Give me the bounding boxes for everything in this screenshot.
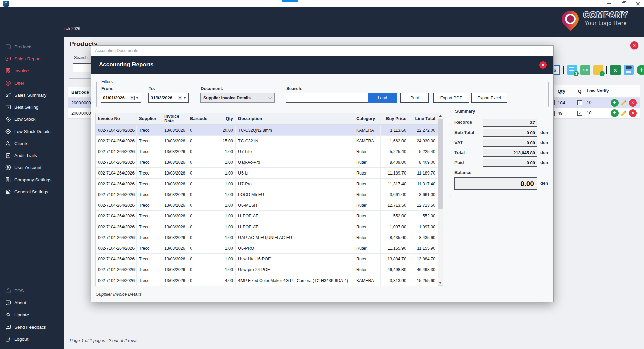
filters-group: Filters From: To: Document: Search: 01/0… xyxy=(96,82,549,107)
sidebar-item-update[interactable]: Update xyxy=(0,309,64,321)
cell-barcode: 0 xyxy=(187,275,217,286)
scroll-up-arrow[interactable] xyxy=(438,113,443,118)
cell-barcode: 0 xyxy=(187,157,217,167)
cell-category: Ruter xyxy=(354,168,381,178)
invoice-row[interactable]: 002-7104-264/2026 Treco 13/03/2026 0 15.… xyxy=(96,136,438,146)
export-pdf-button[interactable]: Export PDF xyxy=(433,93,469,103)
sidebar-item-icon xyxy=(5,288,11,294)
cell-buy-price: 11,317.40 xyxy=(381,179,409,189)
print-button[interactable]: Print xyxy=(400,93,429,103)
edit-pencil-icon[interactable] xyxy=(620,99,628,107)
dialog-close-button[interactable]: ✕ xyxy=(539,61,547,69)
cell-invoice-no: 002-7104-264/2026 xyxy=(96,275,137,286)
invoice-row[interactable]: 002-7104-264/2026 Treco 13/03/2026 0 1.0… xyxy=(96,168,438,179)
subtotal-currency: den xyxy=(540,130,548,135)
cell-invoice-no: 002-7104-264/2026 xyxy=(96,157,137,167)
sidebar-item-about[interactable]: About xyxy=(0,297,64,309)
low-notify-value: 10 xyxy=(585,111,611,115)
from-date-picker[interactable]: 01/01/2026 xyxy=(101,93,141,103)
cell-description: TC-C321N xyxy=(236,136,354,146)
xls-file-icon[interactable]: XLS xyxy=(580,65,590,75)
sidebar-item-invoice[interactable]: Invoice xyxy=(0,65,64,77)
invoice-row[interactable]: 002-7104-264/2026 Treco 13/03/2026 0 1.0… xyxy=(96,232,438,243)
sidebar-item-logout[interactable]: Logout xyxy=(0,333,64,345)
document-selected-value: Supplier Invoice Details xyxy=(203,96,269,100)
invoice-row[interactable]: 002-7104-264/2026 Treco 13/03/2026 0 1.0… xyxy=(96,254,438,264)
cell-barcode: 0 xyxy=(187,200,217,210)
window-maximize-button[interactable] xyxy=(622,2,625,5)
sidebar-item-clients[interactable]: Clients xyxy=(0,137,64,149)
sidebar: Products Sales Report Invoice Offer xyxy=(0,7,64,349)
report-search-input[interactable] xyxy=(286,93,370,103)
scroll-down-arrow[interactable] xyxy=(438,280,443,285)
total-label: Total xyxy=(454,150,465,155)
invoice-row[interactable]: 002-7104-264/2026 Treco 13/03/2026 0 1.0… xyxy=(96,179,438,189)
sidebar-item-audit-trails[interactable]: Audit Trails xyxy=(0,149,64,161)
document-select[interactable]: Supplier Invoice Details xyxy=(200,93,275,103)
sidebar-item-low-stock-details[interactable]: Low Stock Details xyxy=(0,125,64,137)
sidebar-item-sales-summary[interactable]: Sales Summary xyxy=(0,89,64,101)
load-button[interactable]: Load xyxy=(368,93,397,103)
sidebar-item-best-selling[interactable]: Best Selling xyxy=(0,101,64,113)
product-row[interactable]: 104 10 xyxy=(547,98,640,108)
window-close-button[interactable] xyxy=(636,2,640,6)
invoice-row[interactable]: 002-7104-264/2026 Treco 13/03/2026 0 1.0… xyxy=(96,200,438,211)
invoice-row[interactable]: 002-7104-264/2026 Treco 13/03/2026 0 1.0… xyxy=(96,211,438,221)
package-check-icon[interactable]: ✓ xyxy=(593,65,603,75)
invoice-row[interactable]: 002-7104-264/2026 Treco 13/03/2026 0 1.0… xyxy=(96,221,438,232)
cell-buy-price: 11,155.90 xyxy=(381,243,409,253)
delete-row-icon[interactable] xyxy=(629,99,637,107)
invoice-money-icon[interactable]: $ xyxy=(567,65,577,75)
logo-title: COMPANY xyxy=(583,10,628,20)
column-description: Description xyxy=(236,113,354,124)
sidebar-item-send-feedback[interactable]: Send Feedback xyxy=(0,321,64,333)
to-date-picker[interactable]: 31/03/2026 xyxy=(148,93,189,103)
table-scrollbar[interactable] xyxy=(438,113,443,285)
low-notify-checkbox[interactable] xyxy=(577,100,582,105)
invoice-row[interactable]: 002-7104-264/2026 Treco 13/03/2026 0 1.0… xyxy=(96,243,438,254)
low-notify-checkbox[interactable] xyxy=(577,111,582,116)
table-header-row: Invoice No Supplier Invoice Date Barcode… xyxy=(96,113,438,125)
product-row[interactable]: 49 10 xyxy=(547,108,640,118)
sidebar-item-company-settings[interactable]: Company Settings xyxy=(0,173,64,186)
cell-line-total: 11,189.70 xyxy=(409,168,438,178)
page-footer-status: Page 1 of 1 pages | 2 out of 2 rows xyxy=(70,338,137,343)
cell-category: Ruter xyxy=(354,243,381,253)
cell-qty: 1.00 xyxy=(217,243,236,253)
top-progress-track xyxy=(282,1,631,1)
cell-invoice-date: 13/03/2026 xyxy=(162,211,187,221)
sidebar-item-pos[interactable]: POS xyxy=(0,285,64,297)
sidebar-item-products[interactable]: Products xyxy=(0,41,64,53)
cell-supplier: Treco xyxy=(137,179,162,189)
export-excel-button[interactable]: Export Excel xyxy=(471,93,507,103)
add-product-icon[interactable]: + xyxy=(637,65,644,75)
sidebar-item-icon xyxy=(5,336,11,342)
cell-supplier: Treco xyxy=(137,243,162,253)
printer-icon[interactable] xyxy=(624,65,634,75)
low-notify-value: 10 xyxy=(585,100,611,105)
cell-buy-price: 3,661.00 xyxy=(381,189,409,200)
invoice-row[interactable]: 002-7104-264/2026 Treco 13/03/2026 0 1.0… xyxy=(96,146,438,157)
sidebar-item-general-settings[interactable]: General Settings xyxy=(0,186,64,198)
invoice-row[interactable]: 002-7104-264/2026 Treco 13/03/2026 0 4.0… xyxy=(96,275,438,286)
add-row-icon[interactable] xyxy=(611,99,619,107)
invoice-row[interactable]: 002-7104-264/2026 Treco 13/03/2026 0 1.0… xyxy=(96,264,438,275)
sidebar-item-low-stock[interactable]: Low Stock xyxy=(0,113,64,125)
excel-export-icon[interactable]: X xyxy=(610,65,621,75)
page-close-button[interactable]: ✕ xyxy=(630,41,638,49)
invoice-row[interactable]: 002-7104-264/2026 Treco 13/03/2026 0 20.… xyxy=(96,125,438,136)
window-minimize-button[interactable] xyxy=(607,3,611,4)
sidebar-item-label: Invoice xyxy=(14,68,29,73)
sidebar-item-user-account[interactable]: User Account xyxy=(0,161,64,173)
edit-pencil-icon[interactable] xyxy=(620,109,628,117)
cell-buy-price: 552.00 xyxy=(381,211,409,221)
add-row-icon[interactable] xyxy=(611,109,619,117)
cell-qty: 1.00 xyxy=(217,179,236,189)
sidebar-item-offer[interactable]: Offer xyxy=(0,77,64,89)
sidebar-item-sales-report[interactable]: Sales Report xyxy=(0,53,64,65)
scrollbar-thumb[interactable] xyxy=(438,119,443,209)
dialog-footer-status: Supplier Invoice Details xyxy=(96,292,142,297)
delete-row-icon[interactable] xyxy=(629,109,637,117)
invoice-row[interactable]: 002-7104-264/2026 Treco 13/03/2026 0 1.0… xyxy=(96,157,438,168)
invoice-row[interactable]: 002-7104-264/2026 Treco 13/03/2026 0 1.0… xyxy=(96,189,438,200)
